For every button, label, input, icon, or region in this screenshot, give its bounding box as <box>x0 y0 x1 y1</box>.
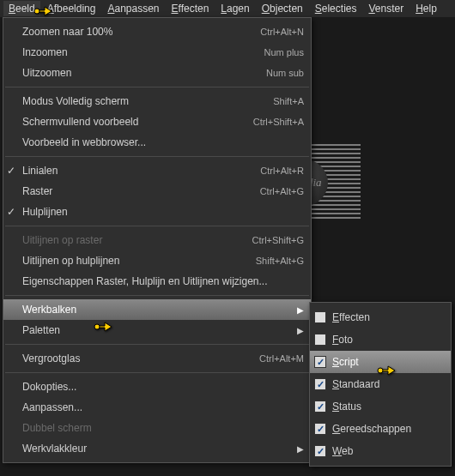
menu-item[interactable]: Modus Volledig schermShift+A <box>3 91 311 111</box>
menu-item-shortcut: Ctrl+Alt+R <box>260 166 304 176</box>
submenu-item-label: Foto <box>332 334 444 346</box>
submenu-item[interactable]: Status <box>310 395 451 418</box>
menu-item[interactable]: Aanpassen... <box>3 397 311 418</box>
menu-item[interactable]: Werkbalken▶ <box>3 299 311 320</box>
menubar-item-objecten[interactable]: Objecten <box>257 1 308 16</box>
menu-item-label: Uitlijnen op raster <box>22 234 252 246</box>
submenu-arrow-icon: ▶ <box>297 444 304 454</box>
menu-item-label: Linialen <box>22 165 260 177</box>
menu-item[interactable]: Eigenschappen Raster, Hulplijn en Uitlij… <box>3 271 311 292</box>
menu-item[interactable]: VergrootglasCtrl+Alt+M <box>3 348 311 369</box>
menu-item-label: Dubbel scherm <box>22 422 304 434</box>
submenu-item[interactable]: Script <box>310 351 451 373</box>
menu-item[interactable]: Dokopties... <box>3 377 311 397</box>
submenu-werkbalken: EffectenFotoScriptStandaardStatusGereeds… <box>309 302 452 467</box>
menubar-item-aanpassen[interactable]: Aanpassen <box>102 1 164 16</box>
menu-item-label: Eigenschappen Raster, Hulplijn en Uitlij… <box>22 275 304 287</box>
menu-item-label: Uitzoomen <box>22 67 266 79</box>
menu-item: Uitlijnen op rasterCtrl+Shift+G <box>3 230 311 250</box>
menu-item-label: Schermvullend voorbeeld <box>22 116 253 128</box>
submenu-item-label: Status <box>332 401 444 413</box>
submenu-item[interactable]: Standaard <box>310 373 451 395</box>
menubar-item-selecties[interactable]: Selecties <box>310 1 362 16</box>
menu-item-label: Dokopties... <box>22 381 304 393</box>
menu-item-label: Hulplijnen <box>22 206 304 218</box>
menu-separator <box>5 344 309 345</box>
submenu-item-label: Gereedschappen <box>332 423 444 435</box>
submenu-item[interactable]: Web <box>310 440 451 462</box>
checkbox-icon <box>314 423 326 435</box>
checkbox-icon <box>314 334 326 346</box>
checkbox-icon <box>314 445 326 457</box>
checkbox-icon <box>314 378 326 390</box>
menu-item[interactable]: ✓LinialenCtrl+Alt+R <box>3 160 311 181</box>
menu-item[interactable]: Schermvullend voorbeeldCtrl+Shift+A <box>3 111 311 132</box>
menu-item-label: Inzoomen <box>22 46 264 58</box>
menubar-item-afbeelding[interactable]: Afbeelding <box>42 1 101 16</box>
menu-item-label: Voorbeeld in webbrowser... <box>22 136 304 148</box>
menu-item-shortcut: Ctrl+Alt+G <box>260 186 304 196</box>
menu-item[interactable]: RasterCtrl+Alt+G <box>3 181 311 202</box>
submenu-item[interactable]: Effecten <box>310 306 451 328</box>
submenu-item-label: Web <box>332 445 444 457</box>
menu-separator <box>5 226 309 226</box>
check-icon: ✓ <box>7 165 19 177</box>
menu-item-label: Raster <box>22 185 260 197</box>
menu-item[interactable]: Uitlijnen op hulplijnenShift+Alt+G <box>3 250 311 271</box>
menu-item[interactable]: InzoomenNum plus <box>3 42 311 63</box>
menu-item[interactable]: ✓Hulplijnen <box>3 202 311 222</box>
menubar-item-help[interactable]: Help <box>410 1 442 16</box>
menu-item-shortcut: Ctrl+Shift+A <box>253 117 304 127</box>
menubar-item-lagen[interactable]: Lagen <box>215 1 254 16</box>
menu-separator <box>5 87 309 87</box>
menu-item-shortcut: Ctrl+Alt+N <box>260 27 304 37</box>
submenu-item-label: Effecten <box>332 311 444 323</box>
menubar-item-effecten[interactable]: Effecten <box>167 1 215 16</box>
checkbox-icon <box>314 401 326 413</box>
submenu-item-label: Script <box>332 356 444 368</box>
menu-item-label: Modus Volledig scherm <box>22 95 273 107</box>
menu-separator <box>5 156 309 157</box>
menu-item[interactable]: UitzoomenNum sub <box>3 63 311 83</box>
menu-item-shortcut: Ctrl+Shift+G <box>252 235 304 245</box>
menu-item-label: Paletten <box>22 324 290 336</box>
menu-item-label: Uitlijnen op hulplijnen <box>22 255 256 267</box>
checkbox-icon <box>314 356 326 368</box>
submenu-item[interactable]: Foto <box>310 328 451 351</box>
menu-item-label: Zoomen naar 100% <box>22 26 260 38</box>
menu-item-label: Vergrootglas <box>22 352 259 365</box>
menu-item-label: Werkvlakkleur <box>22 443 290 455</box>
menu-item[interactable]: Werkvlakkleur▶ <box>3 438 311 459</box>
menu-item-shortcut: Shift+A <box>273 96 304 106</box>
menu-beeld: Zoomen naar 100%Ctrl+Alt+NInzoomenNum pl… <box>3 17 312 463</box>
menu-item-shortcut: Num plus <box>264 47 304 57</box>
menu-item-label: Aanpassen... <box>22 401 304 413</box>
menu-item-shortcut: Ctrl+Alt+M <box>259 353 304 364</box>
menu-item-shortcut: Num sub <box>266 68 304 78</box>
menubar: Beeld Afbeelding Aanpassen Effecten Lage… <box>0 0 455 17</box>
menu-item-label: Werkbalken <box>22 304 290 316</box>
menubar-item-venster[interactable]: Venster <box>363 1 409 16</box>
menu-item-shortcut: Shift+Alt+G <box>256 256 304 266</box>
menu-separator <box>5 372 309 373</box>
submenu-arrow-icon: ▶ <box>297 305 304 315</box>
menu-item[interactable]: Voorbeeld in webbrowser... <box>3 132 311 153</box>
menu-item: Dubbel scherm <box>3 418 311 438</box>
submenu-arrow-icon: ▶ <box>297 326 304 335</box>
submenu-item-label: Standaard <box>332 378 444 390</box>
checkbox-icon <box>314 311 326 323</box>
menu-item[interactable]: Paletten▶ <box>3 320 311 340</box>
menu-item[interactable]: Zoomen naar 100%Ctrl+Alt+N <box>3 21 311 42</box>
check-icon: ✓ <box>7 206 19 218</box>
menubar-item-beeld[interactable]: Beeld <box>3 1 40 16</box>
menu-separator <box>5 295 309 296</box>
submenu-item[interactable]: Gereedschappen <box>310 418 451 440</box>
